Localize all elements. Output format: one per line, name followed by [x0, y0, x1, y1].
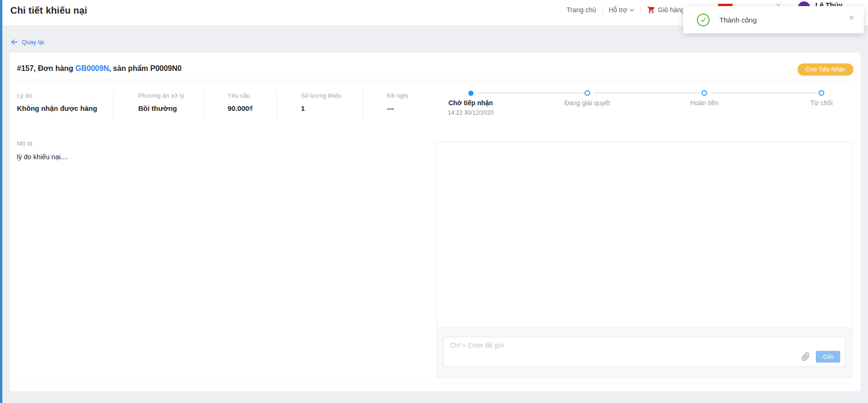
- description-value: lý do khiếu nại....: [17, 153, 68, 161]
- step-dot-active: [468, 91, 473, 96]
- description-label: Mô tả: [17, 140, 32, 147]
- divider: [17, 80, 853, 80]
- step-dot: [584, 90, 590, 96]
- product-code-text: P0009N0: [150, 64, 181, 72]
- nav-support-dropdown[interactable]: Hỗ trợ: [609, 6, 635, 14]
- chat-message-input[interactable]: [444, 337, 845, 366]
- divider: [203, 89, 204, 121]
- paperclip-icon: [801, 352, 810, 362]
- field-label-request: Yêu cầu: [228, 92, 250, 99]
- chat-panel: Gửi: [436, 141, 852, 378]
- toast-message: Thành công: [719, 16, 757, 24]
- divider: [17, 384, 853, 384]
- field-value-request: 90.000₫: [228, 104, 253, 112]
- field-label-missing-qty: Số lượng thiếu: [301, 92, 341, 99]
- success-toast: Thành công ✕: [683, 6, 864, 33]
- order-code-link[interactable]: GB0009N: [75, 64, 109, 72]
- nav-cart-label: Giỏ hàng: [658, 6, 685, 14]
- step-label-refund: Hoàn tiền: [648, 99, 761, 107]
- complaint-heading: #157, Đơn hàng GB0009N, sản phẩm P0009N0: [17, 64, 181, 73]
- complaint-id-text: #157, Đơn hàng: [17, 64, 75, 72]
- chat-footer: Gửi: [437, 327, 852, 378]
- nav-support-label: Hỗ trợ: [609, 6, 628, 14]
- chevron-down-icon: [630, 8, 634, 12]
- step-dot: [819, 90, 824, 96]
- step-connector: [477, 93, 584, 93]
- field-value-missing-qty: 1: [301, 104, 305, 112]
- divider: [113, 89, 114, 121]
- field-label-solution: Phương án xử lý: [138, 92, 184, 99]
- chat-input-box: Gửi: [443, 337, 845, 367]
- nav-separator: [602, 7, 603, 14]
- field-value-solution: Bồi thường: [138, 104, 177, 112]
- page-title: Chi tiết khiếu nại: [10, 5, 87, 16]
- step-dot: [702, 90, 707, 96]
- nav-separator: [640, 7, 641, 14]
- close-icon[interactable]: ✕: [848, 14, 854, 21]
- cart-icon: [647, 6, 655, 14]
- back-link[interactable]: Quay lại: [10, 39, 44, 46]
- success-check-icon: [697, 14, 710, 26]
- divider: [363, 89, 363, 121]
- step-label-waiting: Chờ tiếp nhận: [414, 99, 527, 107]
- step-label-resolving: Đang giải quyết: [531, 99, 644, 107]
- arrow-left-icon: [10, 39, 18, 46]
- step-label-rejected: Từ chối: [765, 99, 868, 107]
- attachment-button[interactable]: [800, 351, 811, 362]
- divider: [276, 89, 277, 121]
- step-datetime: 14:22 30/12/2020: [414, 109, 527, 116]
- field-value-reason: Không nhận được hàng: [17, 104, 97, 112]
- nav-home-label: Trang chủ: [567, 6, 596, 14]
- status-badge: Chờ Tiếp Nhận: [797, 63, 853, 76]
- step-connector: [594, 93, 701, 93]
- step-connector: [711, 93, 818, 93]
- send-button[interactable]: Gửi: [816, 351, 840, 363]
- field-value-proposal: ---: [387, 104, 394, 112]
- left-edge-strip: [0, 0, 2, 403]
- complaint-detail-page: Chi tiết khiếu nại Trang chủ Hỗ trợ Giỏ …: [0, 0, 868, 403]
- field-label-reason: Lý do: [17, 92, 32, 99]
- field-label-proposal: Đề nghị: [387, 92, 408, 99]
- complaint-card: #157, Đơn hàng GB0009N, sản phẩm P0009N0…: [10, 53, 860, 391]
- nav-home-link[interactable]: Trang chủ: [567, 6, 596, 14]
- product-infix-text: , sản phẩm: [109, 64, 150, 72]
- back-link-label: Quay lại: [22, 39, 44, 46]
